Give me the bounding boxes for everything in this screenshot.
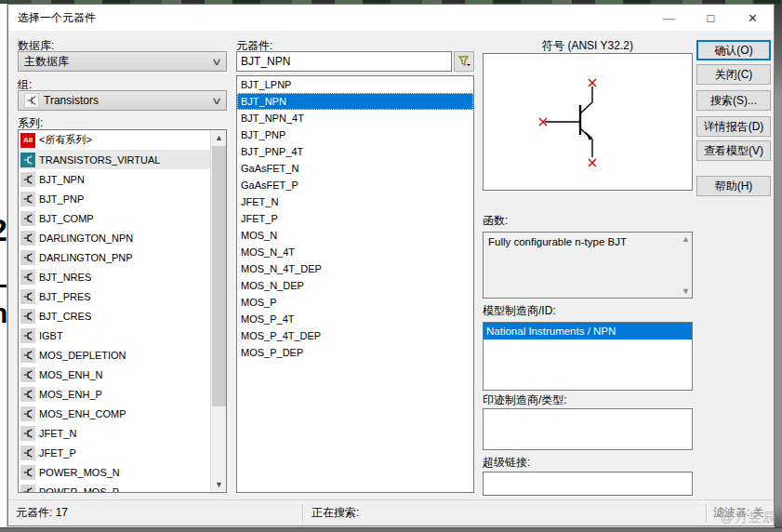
- screen: 2 n 选择一个元器件 — □ ✕ 数据库: 主数据库 ∨ 组: Transis…: [0, 0, 782, 532]
- family-item-jfet_n[interactable]: JFET_N: [19, 423, 210, 443]
- detail-report-button[interactable]: 详情报告(D): [696, 116, 771, 137]
- family-item-label: JFET_N: [39, 428, 76, 439]
- scroll-up-icon[interactable]: ▲: [682, 234, 690, 244]
- close-icon[interactable]: ✕: [732, 5, 774, 31]
- npn-transistor-symbol: [484, 54, 692, 190]
- family-icon-bjt-cres: [20, 309, 35, 324]
- family-icon-virtual: [20, 153, 35, 167]
- chevron-down-icon: ∨: [211, 56, 222, 68]
- family-icon-mos-depletion: [20, 348, 35, 363]
- family-item-igbt[interactable]: IGBT: [19, 326, 210, 345]
- background-app-left-strip: 2 n: [0, 4, 7, 527]
- family-item-label: TRANSISTORS_VIRTUAL: [39, 154, 160, 166]
- scroll-down-icon[interactable]: ▼: [211, 477, 227, 492]
- hyperlink-label: 超级链接:: [483, 455, 530, 471]
- function-scrollbar[interactable]: ▲ ▼: [677, 233, 692, 298]
- family-item-bjt_nres[interactable]: BJT_NRES: [19, 267, 210, 286]
- family-icon-mos-enh-n: [20, 367, 35, 382]
- filter-button[interactable]: [454, 51, 474, 72]
- component-item-bjt_pnp[interactable]: BJT_PNP: [237, 126, 473, 143]
- view-model-button[interactable]: 查看模型(V): [696, 140, 771, 161]
- family-icon-darlington-pnp: [20, 250, 35, 265]
- model-maker-list: National Instruments / NPN: [483, 322, 693, 391]
- family-item-darlington_npn[interactable]: DARLINGTON_NPN: [19, 228, 210, 247]
- family-icon-bjt-pres: [20, 289, 35, 304]
- family-item-label: MOS_ENH_N: [39, 369, 102, 380]
- help-button[interactable]: 帮助(H): [696, 176, 771, 196]
- family-item-mos_enh_p[interactable]: MOS_ENH_P: [19, 384, 210, 404]
- component-item-mos_n[interactable]: MOS_N: [237, 227, 473, 244]
- family-item-label: BJT_NPN: [39, 174, 85, 185]
- scroll-up-icon[interactable]: ▲: [211, 130, 227, 145]
- dialog-titlebar[interactable]: 选择一个元器件 — □ ✕: [8, 5, 774, 31]
- component-item-jfet_n[interactable]: JFET_N: [237, 193, 473, 210]
- component-item-mos_p[interactable]: MOS_P: [237, 294, 473, 311]
- family-icon-bjt-comp: [20, 211, 35, 226]
- component-item-bjt_npn[interactable]: BJT_NPN: [237, 93, 473, 110]
- family-item-transistors_virtual[interactable]: TRANSISTORS_VIRTUAL: [19, 150, 210, 169]
- family-scrollbar[interactable]: ▲ ▼: [210, 130, 226, 492]
- family-icon-jfet-p: [20, 446, 35, 460]
- family-item-power_mos_n[interactable]: POWER_MOS_N: [19, 462, 210, 482]
- family-icon-bjt-pnp: [20, 192, 35, 206]
- component-item-mos_p_4t_dep[interactable]: MOS_P_4T_DEP: [237, 327, 473, 344]
- scroll-down-icon[interactable]: ▼: [682, 286, 690, 296]
- database-dropdown[interactable]: 主数据库 ∨: [18, 51, 227, 72]
- family-icon-igbt: [20, 328, 35, 343]
- model-maker-item[interactable]: National Instruments / NPN: [484, 323, 692, 339]
- component-item-bjt_lpnp[interactable]: BJT_LPNP: [237, 76, 473, 93]
- minimize-icon[interactable]: —: [648, 5, 690, 31]
- background-fragment: n: [0, 298, 7, 329]
- family-item-label: BJT_PNP: [39, 193, 84, 205]
- component-search-input[interactable]: [236, 51, 452, 72]
- component-item-gaasfet_n[interactable]: GaAsFET_N: [237, 160, 473, 177]
- close-button[interactable]: 关闭(C): [696, 64, 771, 85]
- component-item-bjt_pnp_4t[interactable]: BJT_PNP_4T: [237, 143, 473, 160]
- family-item-bjt_cres[interactable]: BJT_CRES: [19, 306, 210, 326]
- family-item-label: <所有系列>: [39, 133, 92, 147]
- family-item-bjt_pres[interactable]: BJT_PRES: [19, 286, 210, 306]
- family-item-bjt_npn[interactable]: BJT_NPN: [19, 169, 210, 189]
- component-item-bjt_npn_4t[interactable]: BJT_NPN_4T: [237, 110, 473, 126]
- family-icon-power-mos-p: [20, 485, 35, 493]
- component-item-mos_n_4t[interactable]: MOS_N_4T: [237, 244, 473, 260]
- family-item-bjt_pnp[interactable]: BJT_PNP: [19, 189, 210, 208]
- family-item-label: JFET_P: [39, 447, 76, 459]
- family-icon-mos-enh-comp: [20, 406, 35, 421]
- footprint-list[interactable]: [483, 408, 693, 450]
- family-item-mos_depletion[interactable]: MOS_DEPLETION: [19, 345, 210, 365]
- family-item-label: MOS_ENH_P: [39, 389, 102, 400]
- family-item-darlington_pnp[interactable]: DARLINGTON_PNP: [19, 247, 210, 267]
- family-item-bjt_comp[interactable]: BJT_COMP: [19, 208, 210, 228]
- family-icon-bjt-npn: [20, 172, 35, 187]
- symbol-title: 符号 (ANSI Y32.2): [483, 38, 693, 54]
- component-item-gaasfet_p[interactable]: GaAsFET_P: [237, 177, 473, 193]
- family-item-mos_enh_n[interactable]: MOS_ENH_N: [19, 365, 210, 384]
- background-fragment-line: [0, 285, 7, 287]
- family-item-power_mos_p[interactable]: POWER_MOS_P: [19, 482, 210, 492]
- family-item-所有系列[interactable]: All<所有系列>: [19, 130, 210, 150]
- model-maker-label: 模型制造商/ID:: [483, 303, 556, 319]
- status-separator: [302, 504, 303, 522]
- symbol-preview: [483, 53, 693, 191]
- search-button[interactable]: 搜索(S)...: [696, 90, 771, 111]
- family-item-label: POWER_MOS_N: [39, 467, 120, 478]
- family-item-label: MOS_ENH_COMP: [39, 408, 126, 419]
- maximize-icon[interactable]: □: [690, 5, 732, 31]
- component-item-mos_p_dep[interactable]: MOS_P_DEP: [237, 344, 473, 361]
- watermark: @方昱辰: [721, 510, 776, 526]
- scrollbar-thumb[interactable]: [212, 146, 226, 406]
- component-list: BJT_LPNPBJT_NPNBJT_NPN_4TBJT_PNPBJT_PNP_…: [236, 75, 474, 493]
- hyperlink-box[interactable]: [483, 472, 693, 496]
- confirm-button[interactable]: 确认(O): [696, 40, 771, 60]
- dialog-title: 选择一个元器件: [18, 5, 96, 31]
- family-item-mos_enh_comp[interactable]: MOS_ENH_COMP: [19, 404, 210, 423]
- group-dropdown[interactable]: Transistors ∨: [18, 90, 227, 111]
- component-item-mos_n_4t_dep[interactable]: MOS_N_4T_DEP: [237, 260, 473, 277]
- component-item-mos_n_dep[interactable]: MOS_N_DEP: [237, 277, 473, 294]
- component-item-mos_p_4t[interactable]: MOS_P_4T: [237, 311, 473, 327]
- component-item-jfet_p[interactable]: JFET_P: [237, 210, 473, 227]
- family-item-jfet_p[interactable]: JFET_P: [19, 443, 210, 462]
- family-item-label: BJT_NRES: [39, 272, 91, 283]
- family-icon-bjt-nres: [20, 270, 35, 285]
